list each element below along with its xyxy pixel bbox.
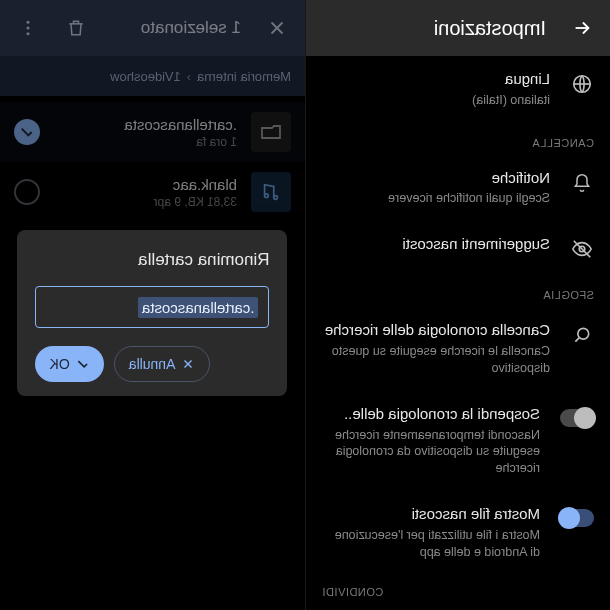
globe-icon <box>570 72 594 96</box>
language-value: italiano (Italia) <box>322 92 550 109</box>
pause-history-label: Sospendi la cronologia delle.. <box>322 405 540 424</box>
rename-input-value: .cartellanascosta <box>138 297 259 318</box>
dialog-buttons: Annulla OK <box>36 346 270 382</box>
hidden-suggestions-label: Suggerimenti nascosti <box>322 235 550 254</box>
dialog-title: Rinomina cartella <box>36 250 270 270</box>
settings-pane: Impostazioni Lingua italiano (Italia) CA… <box>305 0 610 610</box>
ok-button-label: OK <box>50 356 70 372</box>
svg-point-2 <box>578 329 589 340</box>
files-pane: 1 selezionato Memoria interna › 1Videosh… <box>0 0 305 610</box>
pause-history-sub: Nascondi temporaneamente ricerche esegui… <box>322 427 540 478</box>
show-hidden-label: Mostra file nascosti <box>322 505 540 524</box>
cancel-button-label: Annulla <box>129 356 176 372</box>
clear-history-sub: Cancella le ricerche eseguite su questo … <box>322 343 550 377</box>
notifications-label: Notifiche <box>322 169 550 188</box>
rename-dialog: Rinomina cartella .cartellanascosta Annu… <box>18 230 288 396</box>
setting-show-hidden[interactable]: Mostra file nascosti Mostra i file utili… <box>306 491 610 575</box>
setting-language[interactable]: Lingua italiano (Italia) <box>306 56 610 123</box>
cancel-button[interactable]: Annulla <box>114 346 211 382</box>
show-hidden-sub: Mostra i file utilizzati per l'esecuzion… <box>322 527 540 561</box>
setting-clear-history[interactable]: Cancella cronologia delle ricerche Cance… <box>306 307 610 391</box>
settings-appbar: Impostazioni <box>306 0 610 56</box>
setting-notifications[interactable]: Notifiche Scegli quali notifiche ricever… <box>306 155 610 222</box>
show-hidden-toggle[interactable] <box>560 509 594 527</box>
setting-pause-history[interactable]: Sospendi la cronologia delle.. Nascondi … <box>306 391 610 491</box>
language-label: Lingua <box>322 70 550 89</box>
check-icon <box>76 357 90 371</box>
bell-icon <box>570 171 594 195</box>
section-browse: SFOGLIA <box>306 275 610 307</box>
setting-hidden-suggestions[interactable]: Suggerimenti nascosti <box>306 221 610 275</box>
search-icon <box>570 323 594 347</box>
section-share: CONDIVIDI <box>306 572 610 604</box>
rename-input[interactable]: .cartellanascosta <box>36 286 270 328</box>
pause-history-toggle[interactable] <box>560 409 594 427</box>
section-cancel: CANCELLA <box>306 123 610 155</box>
ok-button[interactable]: OK <box>36 346 104 382</box>
close-icon <box>181 357 195 371</box>
clear-history-label: Cancella cronologia delle ricerche <box>322 321 550 340</box>
back-arrow-icon[interactable] <box>570 16 594 40</box>
notifications-sub: Scegli quali notifiche ricevere <box>322 190 550 207</box>
settings-title: Impostazioni <box>434 17 546 40</box>
eye-off-icon <box>570 237 594 261</box>
